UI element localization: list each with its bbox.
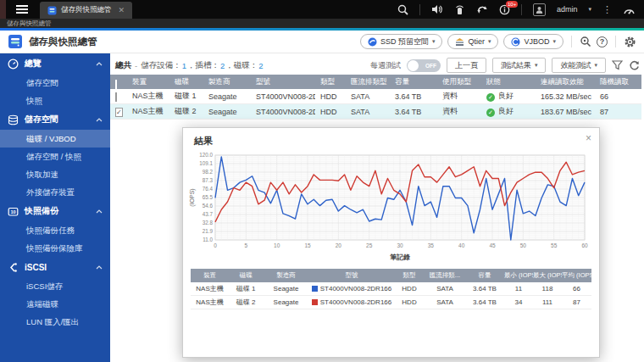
user-menu[interactable]: admin — [557, 5, 578, 14]
column-header[interactable]: 狀態 — [481, 77, 536, 87]
table-cell: 183.67 MB/sec — [536, 108, 595, 116]
filter-icon[interactable] — [612, 60, 623, 70]
table-cell: NAS主機 — [191, 298, 229, 307]
sidebar-item[interactable]: 儲存空間 / 快照 — [0, 148, 110, 165]
svg-text:43.7: 43.7 — [203, 211, 214, 217]
app-tab-label: 儲存與快照總管 — [61, 5, 112, 15]
svg-text:109.1: 109.1 — [199, 160, 213, 166]
svg-text:21.9: 21.9 — [203, 228, 214, 234]
column-header[interactable]: 容量 — [390, 77, 437, 87]
qtier-icon — [455, 37, 464, 47]
status-ok-icon: ✓ — [486, 93, 495, 102]
svg-text:65.5: 65.5 — [203, 194, 214, 200]
sidebar-item[interactable]: LUN 匯入/匯出 — [0, 313, 110, 331]
svg-text:76.4: 76.4 — [203, 186, 214, 192]
chevron-up-icon[interactable] — [96, 118, 103, 122]
column-header[interactable]: 裝置 — [127, 77, 169, 87]
sidebar-item[interactable]: iSCSI儲存 — [0, 277, 110, 295]
notifications-icon[interactable]: 10+ — [499, 4, 510, 15]
gear-icon[interactable] — [624, 36, 636, 48]
chevron-down-icon: ▾ — [488, 38, 491, 45]
table-cell: 3.64 TB — [465, 298, 504, 306]
weekly-test-toggle[interactable]: OFF — [407, 59, 441, 72]
svg-text:25: 25 — [366, 242, 373, 248]
summary-slot-count: 2 — [219, 61, 225, 70]
taskbar-divider — [521, 4, 522, 15]
previous-page-button[interactable]: 上一頁 — [447, 58, 486, 73]
sidebar-item[interactable]: 快照備份任務 — [0, 221, 110, 239]
column-header[interactable]: 匯流排類型 — [346, 77, 390, 87]
svg-text:35: 35 — [428, 242, 435, 248]
header-divider — [571, 36, 572, 47]
column-header[interactable]: 使用類型 — [437, 77, 481, 87]
chevron-up-icon[interactable] — [96, 209, 103, 214]
help-icon[interactable]: ? — [597, 36, 608, 47]
column-header[interactable]: 隨機讀取 — [595, 77, 641, 87]
toggle-state: OFF — [425, 59, 436, 72]
user-caret-icon: ▾ — [588, 6, 591, 13]
svg-text:(IOPS): (IOPS) — [189, 188, 196, 206]
sidebar-item[interactable]: 遠端磁碟 — [0, 295, 110, 313]
global-settings-search-icon[interactable] — [580, 36, 591, 47]
snapshot-backup-icon: 10 — [8, 206, 19, 217]
main-menu-icon[interactable] — [16, 8, 28, 10]
table-cell: 118 — [533, 285, 562, 292]
svg-text:5: 5 — [245, 242, 248, 248]
status-ok-icon: ✓ — [486, 109, 495, 117]
sidebar-item[interactable]: 儲存空間 — [0, 74, 110, 92]
select-all-checkbox[interactable] — [115, 80, 117, 89]
disk-table-header: 裝置磁碟製造商型號類型匯流排類型容量使用類型狀態連續讀取效能隨機讀取 — [110, 75, 641, 89]
volume-icon[interactable] — [431, 4, 443, 14]
test-result-button[interactable]: 測試結果▾ — [492, 58, 547, 73]
chevron-up-icon[interactable] — [96, 62, 103, 66]
table-cell: HDD — [315, 108, 346, 116]
sidebar-item[interactable]: 磁碟 / VJBOD — [0, 130, 110, 148]
search-icon[interactable] — [397, 4, 408, 15]
app-tab-icon — [47, 6, 57, 15]
vjbod-button[interactable]: VJBOD ▾ — [503, 34, 564, 49]
table-row[interactable]: NAS主機磁碟 1SeagateST4000VN008-2DR1...HDDSA… — [110, 89, 641, 104]
sidebar-section-1[interactable]: 儲存空間 — [0, 109, 110, 130]
table-cell: 資料 — [437, 106, 481, 117]
dashboard-icon[interactable] — [623, 4, 636, 15]
app-tab[interactable]: 儲存與快照總管 ✕ — [40, 2, 132, 19]
background-tasks-icon[interactable] — [476, 4, 488, 15]
more-options-icon[interactable]: ⋮ — [602, 5, 612, 14]
table-cell: 34 — [504, 298, 533, 306]
svg-text:87.3: 87.3 — [203, 177, 214, 183]
sidebar-section-label: 總覽 — [25, 58, 42, 70]
column-header[interactable]: 磁碟 — [169, 77, 203, 87]
sidebar-item[interactable]: 快照備份保險庫 — [0, 239, 110, 257]
performance-test-button[interactable]: 效能測試▾ — [552, 58, 606, 73]
sidebar-item[interactable]: 外接儲存裝置 — [0, 183, 110, 201]
column-header: 製造商 — [263, 271, 309, 280]
sidebar-section-3[interactable]: iSCSI — [0, 257, 110, 277]
sidebar-item[interactable]: 快照 — [0, 92, 110, 109]
chevron-up-icon[interactable] — [96, 265, 103, 270]
sidebar-item[interactable]: 快取加速 — [0, 165, 110, 183]
qtier-button[interactable]: Qtier ▾ — [447, 34, 498, 49]
table-cell: SATA — [425, 298, 465, 306]
row-checkbox[interactable] — [115, 92, 117, 102]
disk-table: 裝置磁碟製造商型號類型匯流排類型容量使用類型狀態連續讀取效能隨機讀取NAS主機磁… — [110, 75, 641, 120]
column-header[interactable]: 型號 — [251, 77, 315, 87]
tab-close-icon[interactable]: ✕ — [119, 7, 125, 14]
avatar[interactable] — [533, 3, 546, 16]
column-header[interactable]: 類型 — [315, 77, 346, 87]
svg-text:0: 0 — [214, 242, 217, 248]
ssd-profiling-button[interactable]: SSD 預留空間 ▾ — [360, 34, 443, 49]
table-cell: NAS主機 — [127, 106, 169, 117]
row-checkbox[interactable]: ✓ — [115, 108, 123, 117]
refresh-icon[interactable] — [629, 60, 640, 71]
column-header[interactable]: 連續讀取效能 — [536, 77, 595, 87]
column-header[interactable]: 製造商 — [203, 77, 251, 87]
external-device-icon[interactable] — [454, 4, 465, 15]
sidebar-section-2[interactable]: 10快照備份 — [0, 201, 110, 221]
sidebar-section-label: 快照備份 — [25, 205, 58, 217]
table-row[interactable]: ✓NAS主機磁碟 2SeagateST4000VN008-2DR1...HDDS… — [110, 104, 641, 120]
svg-text:筆記錄: 筆記錄 — [390, 253, 410, 261]
iscsi-icon — [8, 262, 19, 273]
modal-close-icon[interactable]: × — [586, 132, 591, 144]
sidebar-section-0[interactable]: 總覽 — [0, 53, 110, 74]
column-header: 裝置 — [191, 271, 229, 280]
